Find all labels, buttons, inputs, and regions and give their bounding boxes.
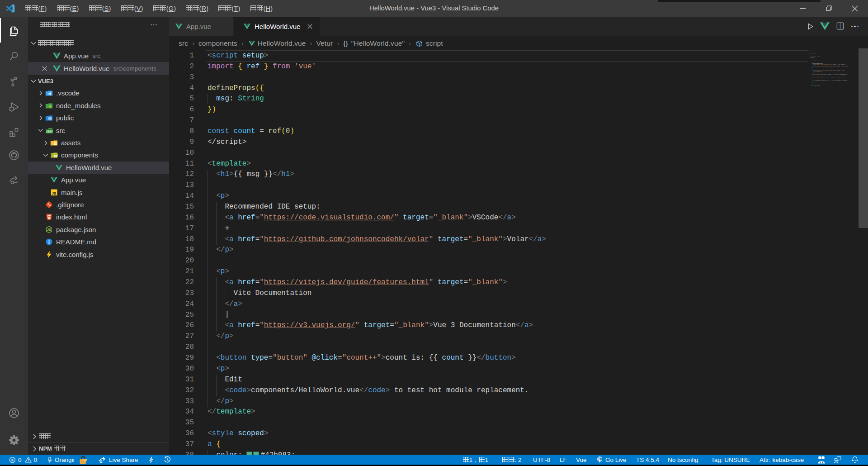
- svg-text:JS: JS: [52, 191, 56, 195]
- svg-text:JS: JS: [47, 228, 51, 232]
